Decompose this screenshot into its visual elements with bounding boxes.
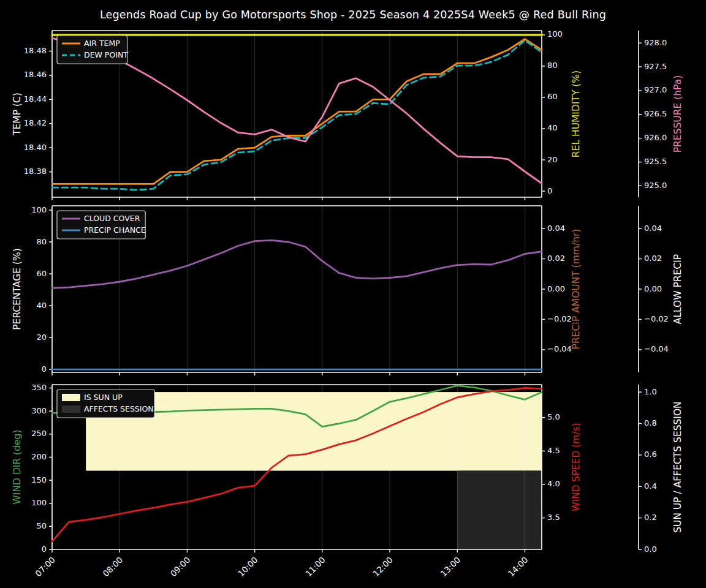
tick-label: 0 (42, 364, 47, 374)
legend-label: CLOUD COVER (84, 214, 140, 223)
tick-label: 926.5 (644, 109, 667, 118)
tick-label: 0 (42, 545, 47, 554)
tick-label: 0.6 (644, 450, 657, 459)
tick-label: 0.4 (644, 481, 657, 491)
right-axis-2-label: SUN UP / AFFECTS SESSION (672, 401, 683, 532)
tick-label: 5.0 (547, 412, 560, 421)
left-axis-label: TEMP (C) (12, 92, 23, 136)
x-tick-label: 10:00 (236, 555, 260, 579)
legend: AIR TEMPDEW POINT (57, 36, 128, 64)
tick-label: 18.40 (24, 143, 47, 152)
tick-label: 20 (36, 333, 47, 342)
tick-label: 80 (547, 61, 558, 70)
weather-figure: Legends Road Cup by Go Motorsports Shop … (0, 0, 706, 588)
left-axis-label: PERCENTAGE (%) (12, 248, 23, 330)
tick-label: 80 (36, 237, 47, 246)
x-tick-label: 08:00 (101, 555, 124, 579)
legend: IS SUN UPAFFECTS SESSION (57, 390, 154, 418)
legend: CLOUD COVERPRECIP CHANCE (57, 211, 146, 239)
panel-wind-sun: 0501001502002503003503.54.04.55.00.00.20… (12, 383, 683, 578)
tick-label: 0.8 (644, 418, 657, 428)
tick-label: 40 (36, 301, 47, 310)
tick-label: 4.5 (547, 446, 560, 455)
tick-label: 928.0 (644, 38, 667, 47)
tick-label: 1.0 (644, 387, 657, 396)
legend-label: AIR TEMP (84, 39, 120, 48)
tick-label: 100 (31, 205, 47, 214)
chart-canvas: 18.3818.4018.4218.4418.4618.480204060801… (0, 0, 706, 588)
right-axis-1-label: WIND SPEED (m/s) (571, 423, 582, 511)
legend-label: PRECIP CHANCE (84, 225, 146, 235)
tick-label: 18.44 (24, 94, 47, 104)
tick-label: 0.2 (644, 513, 657, 522)
tick-label: 60 (547, 92, 558, 101)
tick-label: 50 (36, 521, 47, 530)
panel-precipitation: 020406080100−0.04−0.020.000.020.04−0.04−… (12, 205, 683, 375)
tick-label: 926.0 (644, 133, 667, 142)
x-tick-label: 13:00 (438, 555, 462, 579)
tick-label: 300 (31, 406, 47, 415)
tick-label: 18.48 (24, 46, 47, 55)
x-tick-label: 09:00 (169, 555, 192, 579)
tick-label: 927.0 (644, 85, 667, 94)
tick-label: 40 (547, 123, 558, 132)
legend-swatch (62, 405, 80, 413)
tick-label: 18.46 (24, 70, 47, 79)
tick-label: 0.0 (644, 545, 657, 554)
tick-label: 0.00 (644, 284, 662, 293)
tick-label: 0.02 (644, 254, 662, 263)
series-cloud-cover (52, 240, 542, 288)
tick-label: 100 (547, 29, 563, 39)
tick-label: −0.04 (547, 344, 572, 353)
legend-label: DEW POINT (84, 50, 128, 59)
tick-label: 925.0 (644, 181, 667, 190)
tick-label: 4.0 (547, 479, 560, 488)
tick-label: 350 (31, 383, 47, 392)
tick-label: −0.04 (644, 344, 669, 353)
right-axis-2-label: PRESSURE (hPa) (672, 75, 683, 153)
right-axis-1-label: PRECIP AMOUNT (mm/hr) (571, 229, 582, 350)
legend-label: IS SUN UP (84, 393, 123, 402)
tick-label: −0.02 (547, 314, 572, 323)
tick-label: 20 (547, 155, 558, 164)
tick-label: 0.02 (547, 254, 565, 263)
tick-label: 3.5 (547, 513, 560, 522)
tick-label: 0.04 (644, 224, 662, 233)
tick-label: 0.04 (547, 224, 565, 233)
tick-label: 0.00 (547, 284, 565, 293)
tick-label: 927.5 (644, 62, 667, 71)
tick-label: 925.5 (644, 157, 667, 166)
tick-label: 100 (31, 498, 47, 507)
tick-label: 0 (547, 186, 552, 195)
tick-label: 150 (31, 475, 47, 484)
legend-label: AFFECTS SESSION (84, 404, 154, 413)
panel-temperature: 18.3818.4018.4218.4418.4618.480204060801… (12, 29, 683, 200)
tick-label: 18.42 (24, 118, 47, 127)
tick-label: 250 (31, 429, 47, 438)
tick-label: 18.38 (24, 167, 47, 176)
tick-label: −0.02 (644, 314, 669, 323)
left-axis-label: WIND DIR (deg) (12, 430, 23, 505)
x-tick-label: 07:00 (33, 555, 57, 579)
x-tick-label: 12:00 (371, 555, 395, 579)
x-tick-label: 14:00 (506, 555, 530, 579)
right-axis-1-label: REL HUMIDITY (%) (571, 70, 582, 157)
legend-swatch (62, 394, 80, 401)
x-tick-label: 11:00 (303, 555, 327, 579)
region-affects-session (457, 471, 542, 549)
tick-label: 200 (31, 452, 47, 461)
right-axis-2-label: ALLOW PRECIP (672, 254, 683, 324)
tick-label: 60 (36, 269, 47, 278)
